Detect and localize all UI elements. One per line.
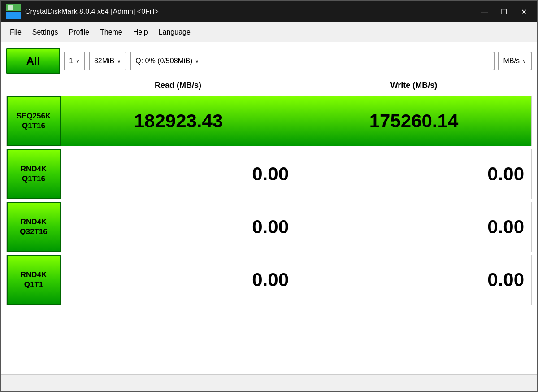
row-label-line1: RND4K xyxy=(21,164,47,174)
row-write-rnd4k-q1t1: 0.00 xyxy=(296,255,531,305)
menu-help[interactable]: Help xyxy=(128,26,153,39)
app-icon xyxy=(6,4,21,19)
size-value: 32MiB xyxy=(94,57,114,65)
row-read-rnd4k-q1t1: 0.00 xyxy=(61,255,296,305)
window-controls: — ☐ ✕ xyxy=(476,5,532,18)
menu-profile[interactable]: Profile xyxy=(64,26,95,39)
row-label-line2: Q1T16 xyxy=(22,174,45,184)
read-header: Read (MB/s) xyxy=(60,81,296,90)
row-label-line2: Q32T16 xyxy=(20,227,47,237)
runs-value: 1 xyxy=(69,57,73,65)
menu-file[interactable]: File xyxy=(4,26,27,39)
statusbar xyxy=(1,374,537,391)
write-header: Write (MB/s) xyxy=(296,81,532,90)
row-label-line1: SEQ256K xyxy=(17,111,51,121)
queue-dropdown[interactable]: Q: 0% (0/508MiB) ∨ xyxy=(130,52,494,70)
row-label-line1: RND4K xyxy=(21,217,47,227)
controls-row: All 1 ∨ 32MiB ∨ Q: 0% (0/508MiB) ∨ MB/s … xyxy=(6,48,532,74)
all-button[interactable]: All xyxy=(6,48,60,74)
row-label-rnd4k-q1t1: RND4K Q1T1 xyxy=(7,255,61,305)
row-write-seq256k: 175260.14 xyxy=(296,96,531,146)
runs-arrow: ∨ xyxy=(76,58,80,64)
svg-rect-1 xyxy=(6,12,21,19)
row-label-line2: Q1T16 xyxy=(22,121,45,131)
menu-language[interactable]: Language xyxy=(153,26,196,39)
row-label-rnd4k-q32t16: RND4K Q32T16 xyxy=(7,202,61,252)
unit-value: MB/s xyxy=(503,57,520,65)
menu-theme[interactable]: Theme xyxy=(95,26,128,39)
row-write-rnd4k-q32t16: 0.00 xyxy=(296,202,531,252)
size-arrow: ∨ xyxy=(117,58,121,64)
row-read-rnd4k-q32t16: 0.00 xyxy=(61,202,296,252)
window-title: CrystalDiskMark 8.0.4 x64 [Admin] <0Fill… xyxy=(25,8,476,16)
size-dropdown[interactable]: 32MiB ∨ xyxy=(89,52,126,70)
row-read-rnd4k-q1t16: 0.00 xyxy=(61,149,296,199)
row-label-line1: RND4K xyxy=(21,270,47,280)
table-row: RND4K Q1T16 0.00 0.00 xyxy=(6,149,532,199)
main-window: CrystalDiskMark 8.0.4 x64 [Admin] <0Fill… xyxy=(0,0,538,392)
close-button[interactable]: ✕ xyxy=(516,5,532,18)
queue-value: Q: 0% (0/508MiB) xyxy=(135,57,192,65)
row-label-line2: Q1T1 xyxy=(24,280,43,290)
row-read-seq256k: 182923.43 xyxy=(61,96,296,146)
unit-arrow: ∨ xyxy=(522,58,526,64)
maximize-button[interactable]: ☐ xyxy=(496,5,512,18)
svg-rect-2 xyxy=(8,5,13,10)
headers-row: Read (MB/s) Write (MB/s) xyxy=(6,77,532,93)
row-label-seq256k: SEQ256K Q1T16 xyxy=(7,96,61,146)
row-label-rnd4k-q1t16: RND4K Q1T16 xyxy=(7,149,61,199)
menubar: File Settings Profile Theme Help Languag… xyxy=(1,22,537,42)
row-write-rnd4k-q1t16: 0.00 xyxy=(296,149,531,199)
minimize-button[interactable]: — xyxy=(476,5,492,18)
main-content: All 1 ∨ 32MiB ∨ Q: 0% (0/508MiB) ∨ MB/s … xyxy=(1,42,537,374)
table-row: RND4K Q1T1 0.00 0.00 xyxy=(6,255,532,305)
table-row: RND4K Q32T16 0.00 0.00 xyxy=(6,202,532,252)
runs-dropdown[interactable]: 1 ∨ xyxy=(64,52,85,70)
unit-dropdown[interactable]: MB/s ∨ xyxy=(498,52,532,70)
menu-settings[interactable]: Settings xyxy=(27,26,64,39)
queue-arrow: ∨ xyxy=(195,58,199,64)
titlebar: CrystalDiskMark 8.0.4 x64 [Admin] <0Fill… xyxy=(1,1,537,22)
table-row: SEQ256K Q1T16 182923.43 175260.14 xyxy=(6,96,532,146)
